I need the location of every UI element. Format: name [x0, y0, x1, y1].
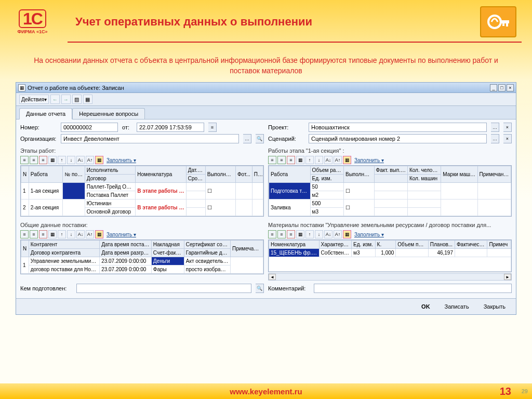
- logo-keyelement: [480, 6, 516, 37]
- dl-special-icon[interactable]: ▦: [95, 230, 103, 238]
- prepared-field[interactable]: [76, 284, 251, 293]
- date-spinner-icon[interactable]: ≡: [208, 123, 217, 132]
- materials-title: Материалы поставки "Управление земельным…: [268, 222, 512, 228]
- scenario-select-icon[interactable]: …: [491, 134, 499, 143]
- scenario-label: Сценарий:: [268, 136, 304, 142]
- sort-desc-icon[interactable]: A↑: [86, 156, 94, 164]
- close-dialog-button[interactable]: Закрыть: [478, 302, 511, 311]
- mt-edit-icon[interactable]: ▦: [296, 230, 304, 238]
- sw-add-icon[interactable]: ≡: [268, 156, 276, 164]
- delete-row-icon[interactable]: ≡: [39, 156, 47, 164]
- tab-report-data[interactable]: Данные отчета: [19, 108, 72, 119]
- window-title: Отчет о работе на объекте: Записан: [28, 85, 124, 91]
- sw-down-icon[interactable]: ↓: [315, 156, 323, 164]
- stages-toolbar: ≡ ≡ ≡ ▦ ↑ ↓ A↓ A↑ ▦ Заполнить ▾: [20, 155, 264, 165]
- logo-1c-caption: ФИРМА «1С»: [17, 29, 47, 34]
- header-divider: [68, 42, 522, 43]
- delivery-grid[interactable]: N Контрагент Дата время поставки Накладн…: [20, 240, 264, 274]
- insert-row-icon[interactable]: ≡: [30, 156, 38, 164]
- sw-special-icon[interactable]: ▦: [343, 156, 351, 164]
- mt-fill-link[interactable]: Заполнить ▾: [354, 232, 384, 237]
- mt-down-icon[interactable]: ↓: [315, 230, 323, 238]
- comment-field[interactable]: [314, 284, 512, 293]
- footer-url: www.keyelement.ru: [230, 387, 302, 396]
- materials-grid[interactable]: Номенклатура Характери... Ед. изм. К. Об…: [268, 240, 512, 272]
- delivery-title: Общие данные поставки:: [20, 222, 264, 228]
- scroll-left-icon[interactable]: ◄: [269, 274, 276, 280]
- sw-edit-icon[interactable]: ▦: [296, 156, 304, 164]
- mt-delete-icon[interactable]: ≡: [287, 230, 295, 238]
- edit-row-icon[interactable]: ▦: [48, 156, 57, 164]
- sw-insert-icon[interactable]: ≡: [277, 156, 286, 164]
- dl-sort-asc-icon[interactable]: A↓: [76, 230, 85, 238]
- close-button[interactable]: ×: [507, 84, 514, 91]
- number-label: Номер:: [20, 124, 57, 130]
- mt-special-icon[interactable]: ▦: [343, 230, 351, 238]
- dl-sort-desc-icon[interactable]: A↑: [86, 230, 94, 238]
- mt-sort-desc-icon[interactable]: A↑: [334, 230, 342, 238]
- nav-prev-icon[interactable]: ←: [50, 95, 60, 104]
- scenario-clear-icon[interactable]: ×: [503, 134, 512, 143]
- sort-asc-icon[interactable]: A↓: [76, 156, 85, 164]
- org-label: Организация:: [20, 136, 57, 142]
- page-total: 29: [522, 388, 528, 394]
- window-icon: ▦: [18, 84, 25, 91]
- mt-insert-icon[interactable]: ≡: [277, 230, 286, 238]
- move-up-icon[interactable]: ↑: [58, 156, 66, 164]
- dl-delete-icon[interactable]: ≡: [39, 230, 47, 238]
- project-label: Проект:: [268, 124, 304, 130]
- special-icon[interactable]: ▦: [95, 156, 103, 164]
- sw-fill-link[interactable]: Заполнить ▾: [354, 157, 384, 163]
- dl-insert-icon[interactable]: ≡: [30, 230, 38, 238]
- sw-sort-desc-icon[interactable]: A↑: [334, 156, 342, 164]
- save-button[interactable]: Записать: [440, 302, 474, 311]
- org-search-icon[interactable]: 🔍: [256, 134, 264, 143]
- scroll-right-icon[interactable]: ►: [504, 274, 511, 280]
- mt-sort-asc-icon[interactable]: A↓: [324, 230, 332, 238]
- move-down-icon[interactable]: ↓: [67, 156, 75, 164]
- page-number: 13: [500, 385, 511, 397]
- ok-button[interactable]: OK: [416, 302, 435, 311]
- nav-next-icon[interactable]: →: [61, 95, 71, 104]
- mt-up-icon[interactable]: ↑: [305, 230, 314, 238]
- title-bar: ▦ Отчет о работе на объекте: Записан _ □…: [16, 83, 516, 93]
- sw-up-icon[interactable]: ↑: [305, 156, 314, 164]
- sw-delete-icon[interactable]: ≡: [287, 156, 295, 164]
- add-row-icon[interactable]: ≡: [20, 156, 29, 164]
- logo-1c: 1С ФИРМА «1С»: [10, 8, 55, 36]
- actions-menu[interactable]: Действия ▾: [19, 95, 49, 104]
- dl-down-icon[interactable]: ↓: [67, 230, 75, 238]
- prepared-search-icon[interactable]: 🔍: [256, 284, 264, 293]
- maximize-button[interactable]: □: [498, 84, 506, 91]
- svg-rect-1: [500, 20, 509, 23]
- stage-works-grid[interactable]: Работа Объем раб... Выполнено Факт. вып.…: [268, 165, 512, 217]
- mt-add-icon[interactable]: ≡: [268, 230, 276, 238]
- project-field[interactable]: Новошахтинск: [309, 123, 487, 132]
- number-field[interactable]: 000000002: [61, 123, 118, 132]
- stage-works-toolbar: ≡ ≡ ≡ ▦ ↑ ↓ A↓ A↑ ▦ Заполнить ▾: [268, 155, 512, 165]
- logo-1c-text: 1С: [19, 9, 46, 28]
- sw-sort-asc-icon[interactable]: A↓: [324, 156, 332, 164]
- date-field[interactable]: 22.07.2009 17:53:59: [137, 123, 204, 132]
- dl-edit-icon[interactable]: ▦: [48, 230, 57, 238]
- stage-works-title: Работы этапа "1-ая секция" :: [268, 148, 512, 154]
- tab-open-questions[interactable]: Нерешенные вопросы: [72, 108, 145, 119]
- delivery-toolbar: ≡ ≡ ≡ ▦ ↑ ↓ A↓ A↑ ▦ Заполнить ▾: [20, 229, 264, 240]
- main-toolbar: Действия ▾ ← → ▨ ▦: [16, 93, 516, 106]
- project-clear-icon[interactable]: ×: [503, 123, 512, 132]
- scenario-field[interactable]: Сценарий планирования номер 2: [309, 134, 487, 143]
- org-select-icon[interactable]: …: [243, 134, 251, 143]
- fill-link[interactable]: Заполнить ▾: [107, 157, 136, 163]
- project-select-icon[interactable]: …: [491, 123, 499, 132]
- toolbar-icon-2[interactable]: ▦: [83, 95, 92, 104]
- materials-scrollbar[interactable]: ◄ ►: [268, 273, 512, 281]
- svg-point-0: [488, 16, 501, 28]
- toolbar-icon-1[interactable]: ▨: [72, 95, 82, 104]
- minimize-button[interactable]: _: [490, 84, 497, 91]
- dl-add-icon[interactable]: ≡: [20, 230, 29, 238]
- org-field[interactable]: Инвест Девелопмент: [61, 134, 239, 143]
- stages-grid[interactable]: N Работа № по графику Исполнитель Номенк…: [20, 165, 264, 217]
- date-label: от:: [122, 124, 132, 130]
- dl-fill-link[interactable]: Заполнить ▾: [107, 232, 136, 237]
- dl-up-icon[interactable]: ↑: [58, 230, 66, 238]
